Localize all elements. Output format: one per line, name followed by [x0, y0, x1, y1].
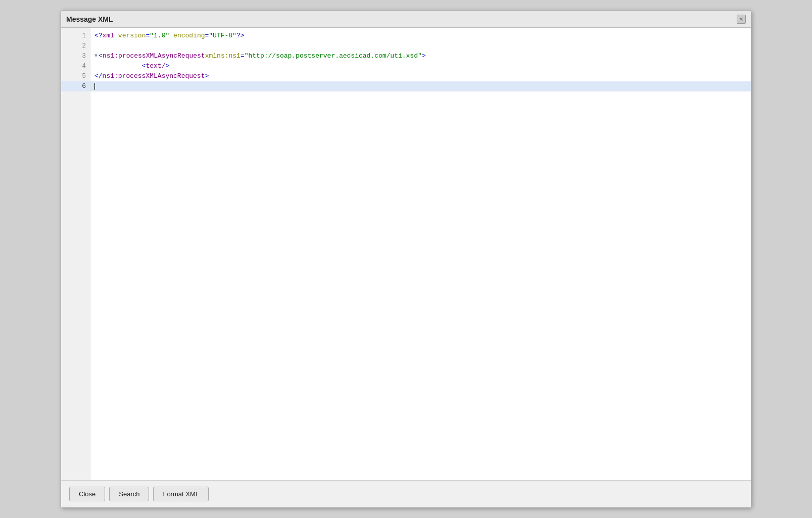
dialog-close-button[interactable]: × — [737, 15, 746, 24]
code-line-5: </ns1:processXMLAsyncRequest> — [90, 71, 751, 81]
line-number-3: 3 — [61, 51, 90, 61]
code-line-3: ▼<ns1:processXMLAsyncRequest xmlns:ns1="… — [90, 51, 751, 61]
xml-decl-attrs: version="1.0" encoding="UTF-8" — [114, 31, 236, 41]
code-line-1: <?xml version="1.0" encoding="UTF-8"?> — [90, 31, 751, 41]
close-bracket-3: > — [422, 51, 426, 61]
format-xml-button[interactable]: Format XML — [153, 487, 209, 501]
editor-area[interactable]: 1 2 3 4 5 6 <?xml version="1.0" encoding… — [61, 28, 751, 480]
line-number-1: 1 — [61, 31, 90, 41]
xml-decl-close: ?> — [236, 31, 245, 41]
code-line-2 — [90, 41, 751, 51]
line-number-2: 2 — [61, 41, 90, 51]
code-line-4: <text/> — [90, 61, 751, 71]
dialog-titlebar: Message XML × — [61, 11, 751, 28]
text-cursor — [94, 83, 95, 90]
code-editor[interactable]: <?xml version="1.0" encoding="UTF-8"?> ▼… — [90, 28, 751, 480]
close-bracket-4: > — [165, 61, 169, 71]
close-button[interactable]: Close — [69, 487, 105, 501]
search-button[interactable]: Search — [109, 487, 149, 501]
line-number-5: 5 — [61, 71, 90, 81]
open-bracket-5: </ — [94, 71, 103, 81]
code-line-6 — [90, 81, 751, 91]
close-bracket-5: > — [205, 71, 209, 81]
open-bracket-4: < — [142, 61, 146, 71]
attr-name-xmlns: xmlns:ns1 — [205, 51, 241, 61]
message-xml-dialog: Message XML × 1 2 3 4 5 6 <?xml version=… — [61, 10, 751, 508]
xml-decl-open: <? — [94, 31, 103, 41]
close-tag-name: ns1:processXMLAsyncRequest — [103, 71, 205, 81]
line-number-6: 6 — [61, 81, 90, 91]
text-tag-name: text/ — [146, 61, 165, 71]
eq-3: = — [241, 51, 245, 61]
dialog-footer: Close Search Format XML — [61, 480, 751, 507]
line-number-4: 4 — [61, 61, 90, 71]
attr-value-ns: "http://soap.postserver.aedsicad.com/uti… — [245, 51, 422, 61]
xml-decl-name: xml — [103, 31, 114, 41]
dialog-title: Message XML — [66, 15, 113, 23]
line-numbers: 1 2 3 4 5 6 — [61, 28, 90, 480]
